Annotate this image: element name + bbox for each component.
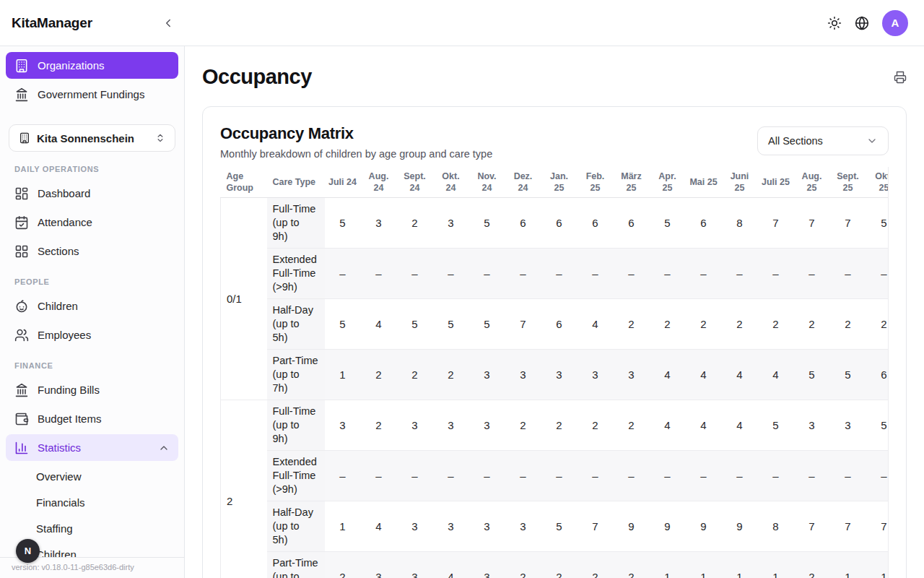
sidebar-item-budget-items[interactable]: Budget Items [6, 405, 178, 432]
sidebar-item-employees[interactable]: Employees [6, 322, 178, 348]
table-row: Part-Time (up to 7h)2334322221111211 [221, 552, 889, 578]
chevron-down-icon [866, 135, 878, 147]
language-button[interactable] [855, 16, 869, 30]
value-cell: – [469, 249, 505, 299]
sidebar-subitem-financials[interactable]: Financials [6, 489, 178, 515]
sidebar-item-government-fundings[interactable]: Government Fundings [6, 81, 178, 108]
value-cell: 4 [361, 501, 397, 552]
value-cell: 7 [505, 299, 541, 350]
value-cell: 2 [505, 552, 541, 578]
sidebar-collapse-button[interactable] [162, 17, 175, 30]
value-cell: 2 [758, 299, 794, 350]
value-cell: 2 [614, 400, 650, 451]
sidebar-item-label: Dashboard [38, 187, 170, 199]
value-cell: 3 [361, 552, 397, 578]
value-cell: – [866, 249, 889, 299]
value-cell: 4 [650, 400, 686, 451]
card-header-text: Occupancy Matrix Monthly breakdown of ch… [220, 124, 492, 160]
main-content: Occupancy Occupancy Matrix Monthly break… [185, 46, 924, 578]
sidebar-item-attendance[interactable]: Attendance [6, 209, 178, 236]
month-header: Juli 24 [325, 167, 361, 198]
occupancy-matrix-card: Occupancy Matrix Monthly breakdown of ch… [202, 106, 907, 578]
org-selector[interactable]: Kita Sonnenschein [9, 124, 175, 152]
occupancy-table: Age GroupCare TypeJuli 24Aug. 24Sept. 24… [220, 167, 889, 578]
age-group-cell: 2 [221, 400, 267, 578]
month-header: Mai 25 [686, 167, 722, 198]
print-button[interactable] [894, 71, 907, 84]
bank-icon [14, 87, 29, 102]
sidebar-item-organizations[interactable]: Organizations [6, 52, 178, 79]
value-cell: 2 [794, 299, 830, 350]
value-cell: – [578, 451, 614, 501]
theme-toggle-button[interactable] [827, 16, 842, 30]
sidebar-sections: DAILY OPERATIONSDashboardAttendanceSecti… [6, 165, 178, 567]
value-cell: 5 [397, 299, 433, 350]
value-cell: – [722, 249, 758, 299]
value-cell: – [758, 451, 794, 501]
value-cell: 2 [361, 350, 397, 400]
month-header: März 25 [614, 167, 650, 198]
value-cell: 2 [614, 552, 650, 578]
page-title: Occupancy [202, 65, 312, 89]
bank-icon [14, 383, 29, 397]
month-header: Jan. 25 [541, 167, 578, 198]
value-cell: 7 [578, 501, 614, 552]
value-cell: 3 [578, 350, 614, 400]
age-group-header: Age Group [221, 167, 267, 198]
care-type-cell: Full-Time (up to 9h) [267, 198, 325, 249]
sidebar-item-label: Statistics [38, 441, 149, 454]
month-header: Juli 25 [758, 167, 794, 198]
sidebar-item-children[interactable]: Children [6, 293, 178, 319]
calendar-check-icon [14, 215, 29, 230]
sidebar-item-label: Attendance [38, 216, 170, 228]
sidebar-header: KitaManager [0, 15, 185, 31]
sidebar-item-label: Sections [38, 245, 170, 257]
section-filter-select[interactable]: All Sections [757, 126, 889, 155]
value-cell: 2 [505, 400, 541, 451]
chevron-up-icon [158, 442, 170, 454]
value-cell: 1 [325, 350, 361, 400]
wallet-icon [14, 412, 29, 426]
sidebar-item-funding-bills[interactable]: Funding Bills [6, 376, 178, 403]
value-cell: 5 [541, 501, 578, 552]
user-avatar[interactable]: A [882, 10, 908, 36]
value-cell: – [578, 249, 614, 299]
occupancy-table-container[interactable]: Age GroupCare TypeJuli 24Aug. 24Sept. 24… [220, 167, 889, 578]
value-cell: 6 [541, 198, 578, 249]
month-header: Nov. 24 [469, 167, 505, 198]
value-cell: 3 [830, 400, 866, 451]
table-row: 2Full-Time (up to 9h)3233322224445335 [221, 400, 889, 451]
dashboard-icon [14, 186, 29, 201]
value-cell: 3 [469, 400, 505, 451]
care-type-cell: Part-Time (up to 7h) [267, 552, 325, 578]
value-cell: 2 [578, 400, 614, 451]
value-cell: 5 [794, 350, 830, 400]
sidebar-subitem-staffing[interactable]: Staffing [6, 515, 178, 541]
sidebar-item-statistics[interactable]: Statistics [6, 434, 178, 461]
month-header: Sept. 24 [397, 167, 433, 198]
value-cell: 7 [830, 198, 866, 249]
value-cell: 6 [866, 350, 889, 400]
value-cell: – [361, 249, 397, 299]
value-cell: 5 [325, 299, 361, 350]
value-cell: 8 [722, 198, 758, 249]
value-cell: 3 [541, 350, 578, 400]
value-cell: 5 [758, 400, 794, 451]
floating-user-badge[interactable]: N [16, 539, 40, 563]
value-cell: 2 [722, 299, 758, 350]
value-cell: 2 [794, 552, 830, 578]
care-type-cell: Half-Day (up to 5h) [267, 299, 325, 350]
sidebar-item-dashboard[interactable]: Dashboard [6, 180, 178, 207]
month-header: Dez. 24 [505, 167, 541, 198]
sidebar-item-sections[interactable]: Sections [6, 238, 178, 264]
sidebar-subitem-overview[interactable]: Overview [6, 463, 178, 489]
month-header: Juni 25 [722, 167, 758, 198]
sidebar-item-label: Children [38, 300, 170, 312]
value-cell: 4 [361, 299, 397, 350]
value-cell: 7 [830, 501, 866, 552]
org-selector-label: Kita Sonnenschein [37, 132, 149, 144]
care-type-cell: Extended Full-Time (>9h) [267, 249, 325, 299]
value-cell: 1 [325, 501, 361, 552]
value-cell: 4 [650, 350, 686, 400]
value-cell: – [866, 451, 889, 501]
